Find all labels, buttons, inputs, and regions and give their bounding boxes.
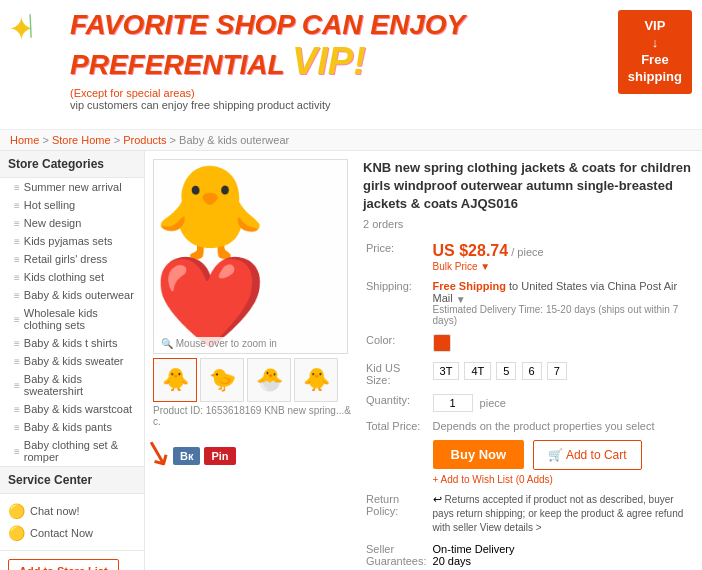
thumbnail-row: 🐥 🐤 🐣 🐥 — [153, 358, 353, 402]
banner-sub: (Except for special areas) vip customers… — [70, 87, 682, 111]
size-label: Kid US Size: — [363, 358, 430, 390]
color-row: Color: — [363, 330, 694, 358]
add-to-wish-link[interactable]: + Add to Wish List (0 Adds) — [433, 474, 691, 485]
total-value-cell: Depends on the product properties you se… — [430, 416, 694, 436]
price-row: Price: US $28.74 / piece Bulk Price ▼ — [363, 238, 694, 276]
breadcrumb: Home > Store Home > Products > Baby & ki… — [0, 130, 702, 151]
thumbnail-1[interactable]: 🐥 — [153, 358, 197, 402]
sidebar-item-pyjamas[interactable]: ≡Kids pyjamas sets — [0, 232, 144, 250]
zoom-hint: 🔍 Mouse over to zoom in — [157, 337, 281, 350]
quantity-row: Quantity: piece — [363, 390, 694, 416]
sidebar-item-pants[interactable]: ≡Baby & kids pants — [0, 418, 144, 436]
orders-count: 2 orders — [363, 218, 694, 230]
breadcrumb-current: Baby & kids outerwear — [179, 134, 289, 146]
vip-badge: VIP ↓ Free shipping — [618, 10, 692, 94]
banner-main-text: FAVORITE SHOP CAN ENJOY PREFERENTIAL VIP… — [70, 10, 682, 83]
product-image-placeholder: 🐥❤️ — [154, 167, 347, 347]
return-policy-icon: ↩ — [433, 493, 442, 505]
thumbnail-2[interactable]: 🐤 — [200, 358, 244, 402]
categories-title: Store Categories — [0, 151, 144, 178]
price-unit: / piece — [511, 246, 543, 258]
add-to-cart-button[interactable]: 🛒 Add to Cart — [533, 440, 641, 470]
quantity-unit: piece — [480, 397, 506, 409]
price-main: US $28.74 — [433, 242, 509, 259]
categories-section: Store Categories ≡Summer new arrival ≡Ho… — [0, 151, 144, 467]
size-btn-5[interactable]: 5 — [496, 362, 516, 380]
service-list: 🟡 Chat now! 🟡 Contact Now — [0, 494, 144, 550]
color-value-cell — [430, 330, 694, 358]
pinterest-share-button[interactable]: Pin — [204, 447, 235, 465]
shipping-value-cell: Free Shipping to United States via China… — [430, 276, 694, 331]
total-row: Total Price: Depends on the product prop… — [363, 416, 694, 436]
breadcrumb-products[interactable]: Products — [123, 134, 166, 146]
product-details-table: Price: US $28.74 / piece Bulk Price ▼ Sh… — [363, 238, 694, 570]
sidebar-item-outerwear[interactable]: ≡Baby & kids outerwear — [0, 286, 144, 304]
shipping-estimate: Estimated Delivery Time: 15-20 days (shi… — [433, 304, 691, 326]
thumbnail-4[interactable]: 🐥 — [294, 358, 338, 402]
main-layout: Store Categories ≡Summer new arrival ≡Ho… — [0, 151, 702, 570]
breadcrumb-store[interactable]: Store Home — [52, 134, 111, 146]
banner: FAVORITE SHOP CAN ENJOY PREFERENTIAL VIP… — [0, 0, 702, 130]
contact-label: Contact Now — [30, 527, 93, 539]
free-shipping-text: Free Shipping — [433, 280, 506, 292]
sidebar-item-summer[interactable]: ≡Summer new arrival — [0, 178, 144, 196]
size-btn-6[interactable]: 6 — [522, 362, 542, 380]
arrow-social-area: ↘ Вк Pin — [153, 431, 353, 473]
total-value: Depends on the product properties you se… — [433, 420, 655, 432]
service-section: Service Center 🟡 Chat now! 🟡 Contact Now — [0, 467, 144, 551]
color-swatch-1[interactable] — [433, 334, 451, 352]
sidebar-item-clothing-set[interactable]: ≡Kids clothing set — [0, 268, 144, 286]
sidebar-item-wholesale[interactable]: ≡Wholesale kids clothing sets — [0, 304, 144, 334]
return-policy-value: ↩ Returns accepted if product not as des… — [430, 489, 694, 539]
action-row: Buy Now 🛒 Add to Cart + Add to Wish List… — [363, 436, 694, 489]
product-title: KNB new spring clothing jackets & coats … — [363, 159, 694, 214]
total-label: Total Price: — [363, 416, 430, 436]
seller-value: On-time Delivery 20 days — [430, 539, 694, 570]
vk-share-button[interactable]: Вк — [173, 447, 200, 465]
add-to-store-list-button[interactable]: Add to Store List — [8, 559, 119, 570]
contact-icon: 🟡 — [8, 525, 25, 541]
return-policy-label: Return Policy: — [363, 489, 430, 539]
on-time-delivery: On-time Delivery — [433, 543, 515, 555]
contact-now-item[interactable]: 🟡 Contact Now — [8, 522, 136, 544]
guarantee-days: 20 days — [433, 555, 472, 567]
bulk-price-link[interactable]: Bulk Price ▼ — [433, 261, 491, 272]
return-policy-row: Return Policy: ↩ Returns accepted if pro… — [363, 489, 694, 539]
product-top: 🐥❤️ 🔍 Mouse over to zoom in 🐥 🐤 🐣 🐥 Prod… — [153, 159, 694, 570]
product-info: KNB new spring clothing jackets & coats … — [363, 159, 694, 570]
seller-row: Seller Guarantees: On-time Delivery 20 d… — [363, 539, 694, 570]
return-policy-text: Returns accepted if product not as descr… — [433, 494, 684, 533]
action-buttons-cell: Buy Now 🛒 Add to Cart + Add to Wish List… — [430, 436, 694, 489]
quantity-input[interactable] — [433, 394, 473, 412]
sidebar-item-sweater[interactable]: ≡Baby & kids sweater — [0, 352, 144, 370]
sidebar-item-tshirts[interactable]: ≡Baby & kids t shirts — [0, 334, 144, 352]
sidebar-item-sweatershirt[interactable]: ≡Baby & kids sweatershirt — [0, 370, 144, 400]
buy-now-button[interactable]: Buy Now — [433, 440, 525, 469]
quantity-value-cell: piece — [430, 390, 694, 416]
chat-now-item[interactable]: 🟡 Chat now! — [8, 500, 136, 522]
thumbnail-3[interactable]: 🐣 — [247, 358, 291, 402]
product-id: Product ID: 1653618169 KNB new spring...… — [153, 405, 353, 427]
sidebar-item-warstcoat[interactable]: ≡Baby & kids warstcoat — [0, 400, 144, 418]
shipping-dropdown-arrow[interactable]: ▼ — [456, 293, 466, 304]
sidebar: Store Categories ≡Summer new arrival ≡Ho… — [0, 151, 145, 570]
color-label: Color: — [363, 330, 430, 358]
shipping-row: Shipping: Free Shipping to United States… — [363, 276, 694, 331]
price-label: Price: — [363, 238, 430, 276]
social-share: Вк Pin — [173, 447, 236, 465]
service-title: Service Center — [0, 467, 144, 494]
chat-icon: 🟡 — [8, 503, 25, 519]
size-btn-7[interactable]: 7 — [547, 362, 567, 380]
sidebar-item-romper[interactable]: ≡Baby clothing set & romper — [0, 436, 144, 466]
breadcrumb-home[interactable]: Home — [10, 134, 39, 146]
quantity-label: Quantity: — [363, 390, 430, 416]
arrow-decoration: ↘ — [138, 428, 178, 476]
size-value-cell: 3T 4T 5 6 7 — [430, 358, 694, 390]
size-btn-4t[interactable]: 4T — [464, 362, 491, 380]
sidebar-item-girls-dress[interactable]: ≡Retail girls' dress — [0, 250, 144, 268]
sidebar-item-new[interactable]: ≡New design — [0, 214, 144, 232]
sidebar-item-hot[interactable]: ≡Hot selling — [0, 196, 144, 214]
size-btn-3t[interactable]: 3T — [433, 362, 460, 380]
size-row: Kid US Size: 3T 4T 5 6 7 — [363, 358, 694, 390]
product-images: 🐥❤️ 🔍 Mouse over to zoom in 🐥 🐤 🐣 🐥 Prod… — [153, 159, 353, 570]
